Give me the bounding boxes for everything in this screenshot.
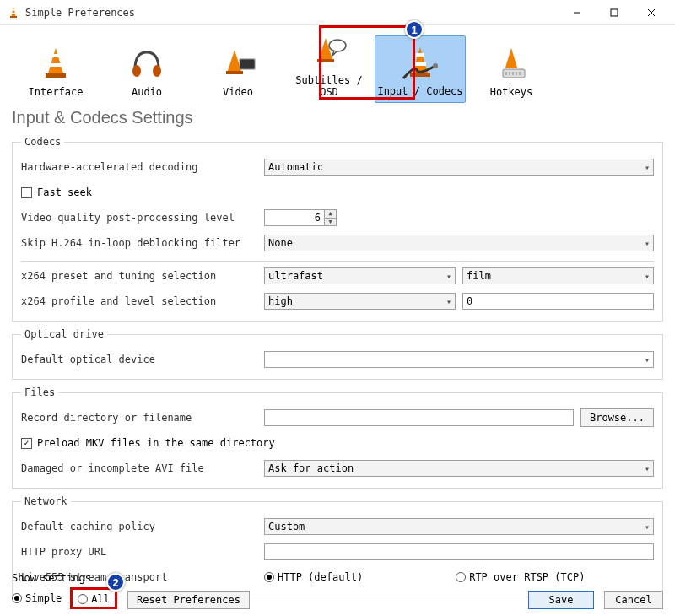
window-title: Simple Preferences	[25, 7, 135, 19]
radio-dot	[12, 593, 22, 603]
tab-label: Input / Codecs	[377, 85, 462, 97]
checkbox-label: Preload MKV files in the same directory	[37, 437, 275, 449]
x264-level-input[interactable]: 0	[462, 293, 654, 310]
radio-label: Simple	[25, 592, 62, 604]
x264-profile-label: x264 profile and level selection	[21, 295, 257, 307]
tabbar: Interface Audio Video Subtitles / OSD In…	[0, 25, 675, 103]
fast-seek-checkbox[interactable]: Fast seek	[21, 186, 92, 198]
cone-cable-icon	[400, 45, 440, 82]
hw-decoding-select[interactable]: Automatic	[264, 159, 654, 176]
select-value: None	[268, 237, 293, 249]
svg-rect-10	[51, 54, 60, 57]
tab-label: Video	[223, 86, 253, 98]
svg-point-20	[329, 40, 346, 51]
tab-video[interactable]: Video	[192, 35, 284, 103]
svg-rect-3	[12, 13, 15, 14]
tab-audio[interactable]: Audio	[101, 35, 192, 103]
tab-subtitles[interactable]: Subtitles / OSD	[284, 35, 375, 103]
checkbox-box	[21, 438, 32, 449]
svg-rect-5	[611, 9, 618, 16]
show-settings-simple-radio[interactable]: Simple	[12, 592, 62, 604]
minimize-button[interactable]	[559, 1, 596, 24]
maximize-button[interactable]	[596, 1, 633, 24]
cone-icon	[35, 46, 76, 83]
annotation-badge-1: 1	[405, 20, 424, 39]
caching-label: Default caching policy	[21, 521, 257, 532]
tab-label: Hotkeys	[490, 86, 533, 98]
optical-device-select[interactable]	[264, 351, 654, 368]
tab-label: Audio	[132, 86, 162, 98]
optical-device-label: Default optical device	[21, 354, 257, 365]
group-legend: Optical drive	[21, 328, 107, 340]
close-button[interactable]	[633, 1, 670, 24]
cone-film-icon	[218, 46, 258, 83]
http-proxy-input[interactable]	[264, 543, 654, 560]
select-value: Custom	[268, 521, 305, 532]
x264-preset-label: x264 preset and tuning selection	[21, 270, 257, 282]
select-value: Ask for action	[268, 462, 354, 474]
svg-rect-11	[50, 63, 62, 67]
group-optical: Optical drive Default optical device	[12, 328, 663, 380]
group-files: Files Record directory or filename Brows…	[12, 386, 663, 489]
footer: Show settings Simple All 2 Reset Prefere…	[0, 572, 675, 609]
svg-rect-24	[414, 62, 426, 66]
x264-profile-select[interactable]: high	[264, 293, 456, 310]
checkbox-box	[21, 187, 32, 198]
annotation-badge-2: 2	[106, 573, 125, 592]
headphones-icon	[127, 46, 167, 83]
tab-label: Interface	[28, 86, 83, 98]
x264-tuning-select[interactable]: film	[462, 267, 654, 284]
radio-label: All	[91, 593, 110, 605]
vq-label: Video quality post-processing level	[21, 212, 257, 224]
group-legend: Files	[21, 386, 58, 398]
hw-decoding-label: Hardware-accelerated decoding	[21, 161, 257, 173]
show-settings-all-radio[interactable]: All	[78, 593, 110, 605]
tab-hotkeys[interactable]: Hotkeys	[466, 35, 557, 103]
vlc-icon	[7, 6, 20, 19]
vq-spinner[interactable]: 6 ▲▼	[264, 209, 337, 226]
spinner-down[interactable]: ▼	[325, 219, 336, 226]
page-title: Input & Codecs Settings	[0, 103, 675, 136]
input-value: 0	[467, 295, 472, 307]
separator	[21, 261, 654, 262]
svg-rect-9	[46, 73, 66, 78]
save-button[interactable]: Save	[528, 591, 594, 609]
group-codecs: Codecs Hardware-accelerated decoding Aut…	[12, 136, 663, 322]
preload-mkv-checkbox[interactable]: Preload MKV files in the same directory	[21, 437, 275, 449]
svg-rect-23	[416, 53, 424, 57]
browse-button[interactable]: Browse...	[580, 408, 654, 427]
group-legend: Network	[21, 495, 71, 507]
record-dir-input[interactable]	[264, 409, 574, 426]
cone-keyboard-icon	[491, 46, 532, 83]
damaged-avi-select[interactable]: Ask for action	[264, 460, 654, 477]
record-dir-label: Record directory or filename	[21, 412, 257, 424]
reset-preferences-button[interactable]: Reset Preferences	[127, 591, 250, 609]
svg-marker-26	[505, 48, 517, 68]
tab-input-codecs[interactable]: Input / Codecs	[375, 35, 466, 103]
svg-point-13	[153, 65, 161, 77]
select-value: Automatic	[268, 161, 323, 173]
titlebar: Simple Preferences	[0, 0, 675, 25]
cone-speech-icon	[309, 34, 349, 71]
spinner-up[interactable]: ▲	[325, 210, 336, 219]
skip-h264-select[interactable]: None	[264, 235, 654, 251]
group-legend: Codecs	[21, 136, 64, 148]
skip-h264-label: Skip H.264 in-loop deblocking filter	[21, 237, 257, 249]
select-value: ultrafast	[268, 270, 323, 282]
damaged-avi-label: Damaged or incomplete AVI file	[21, 462, 257, 474]
svg-rect-19	[317, 59, 334, 62]
svg-marker-8	[48, 48, 63, 73]
cancel-button[interactable]: Cancel	[604, 591, 663, 609]
show-settings: Show settings Simple All 2	[12, 572, 117, 609]
svg-marker-0	[12, 7, 16, 16]
svg-rect-2	[13, 9, 15, 11]
radio-dot	[78, 594, 88, 604]
caching-select[interactable]: Custom	[264, 518, 654, 535]
tab-interface[interactable]: Interface	[10, 35, 101, 103]
svg-point-12	[132, 65, 141, 77]
svg-rect-1	[10, 16, 17, 18]
svg-rect-16	[240, 59, 255, 69]
show-settings-label: Show settings	[12, 572, 117, 584]
select-value: high	[268, 295, 293, 307]
x264-preset-select[interactable]: ultrafast	[264, 267, 456, 284]
